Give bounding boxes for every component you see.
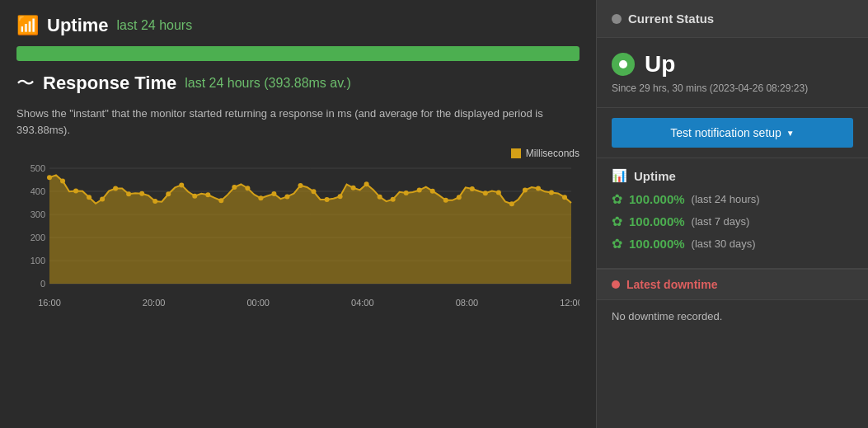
uptime-period-7d: (last 7 days)	[692, 215, 750, 228]
uptime-heading: 📶 Uptime last 24 hours	[16, 15, 579, 36]
chevron-down-icon: ▼	[786, 129, 795, 138]
chart-legend: Milliseconds	[511, 148, 579, 159]
uptime-bar-container	[16, 46, 579, 61]
uptime-period-30d: (last 30 days)	[692, 238, 756, 250]
uptime-subtitle: last 24 hours	[117, 18, 193, 33]
legend-color	[511, 148, 521, 158]
uptime-title: Uptime	[47, 15, 109, 36]
status-up-text: Up	[645, 51, 675, 78]
latest-downtime-header: Latest downtime	[597, 269, 868, 300]
status-up-circle	[612, 53, 635, 76]
latest-downtime-label: Latest downtime	[626, 278, 717, 291]
downtime-body: No downtime recorded.	[597, 300, 868, 332]
no-downtime-text: No downtime recorded.	[612, 310, 722, 322]
right-panel: Current Status Up Since 29 hrs, 30 mins …	[596, 0, 868, 428]
uptime-section: 📊 Uptime ✿ 100.000% (last 24 hours) ✿ 10…	[597, 158, 868, 269]
test-notification-button[interactable]: Test notification setup ▼	[612, 118, 853, 148]
left-panel: 📶 Uptime last 24 hours 〜 Response Time l…	[0, 0, 596, 428]
status-since: Since 29 hrs, 30 mins (2023-04-26 08:29:…	[612, 82, 853, 94]
uptime-section-label: Uptime	[634, 169, 676, 183]
response-chart	[16, 148, 579, 313]
downtime-dot-icon	[612, 280, 620, 289]
chart-wrapper: Milliseconds	[16, 148, 579, 413]
current-status-dot-icon	[612, 14, 622, 24]
response-time-heading: 〜 Response Time last 24 hours (393.88ms …	[16, 71, 579, 96]
status-body: Up Since 29 hrs, 30 mins (2023-04-26 08:…	[597, 38, 868, 108]
uptime-section-title: 📊 Uptime	[612, 168, 853, 183]
uptime-pct-24h: 100.000%	[629, 192, 685, 206]
uptime-period-24h: (last 24 hours)	[692, 193, 760, 205]
uptime-bar-fill	[16, 46, 579, 61]
chart-legend-label: Milliseconds	[526, 148, 579, 159]
current-status-label: Current Status	[628, 12, 714, 26]
response-time-subtitle: last 24 hours (393.88ms av.)	[185, 76, 351, 91]
uptime-pct-7d: 100.000%	[629, 214, 685, 228]
uptime-row-30d: ✿ 100.000% (last 30 days)	[612, 236, 853, 252]
status-up-row: Up	[612, 51, 853, 78]
test-btn-label: Test notification setup	[670, 126, 781, 139]
uptime-star-30d: ✿	[612, 236, 622, 252]
response-time-desc: Shows the "instant" that the monitor sta…	[16, 106, 579, 138]
current-status-header: Current Status	[597, 0, 868, 38]
response-time-title: Response Time	[43, 73, 176, 94]
test-btn-wrapper: Test notification setup ▼	[597, 108, 868, 158]
response-time-icon: 〜	[16, 71, 35, 96]
uptime-star-24h: ✿	[612, 191, 622, 207]
uptime-row-7d: ✿ 100.000% (last 7 days)	[612, 214, 853, 229]
uptime-pct-30d: 100.000%	[629, 237, 685, 251]
uptime-star-7d: ✿	[612, 214, 622, 229]
bar-chart-icon: 📶	[16, 15, 39, 36]
uptime-row-24h: ✿ 100.000% (last 24 hours)	[612, 191, 853, 207]
uptime-bar-icon: 📊	[612, 168, 627, 183]
